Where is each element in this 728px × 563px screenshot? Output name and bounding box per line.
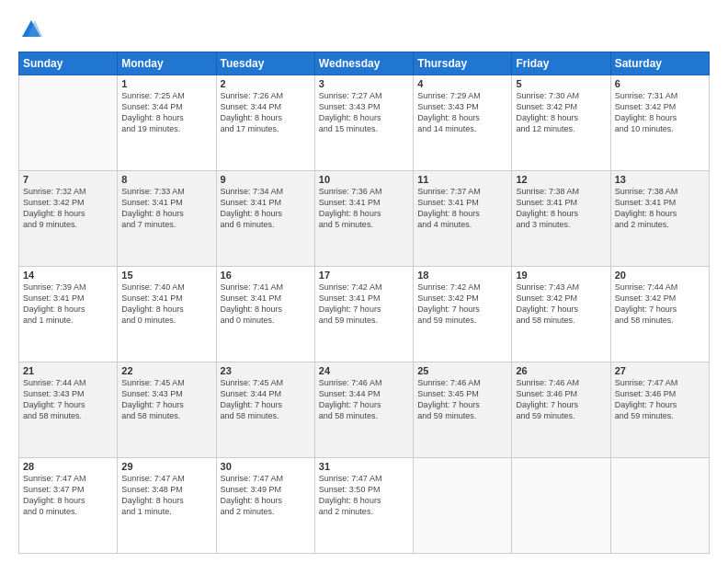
- day-info: Sunrise: 7:38 AM Sunset: 3:41 PM Dayligh…: [516, 186, 606, 231]
- day-info: Sunrise: 7:47 AM Sunset: 3:50 PM Dayligh…: [319, 473, 409, 518]
- day-number: 1: [121, 78, 211, 89]
- calendar-cell: 6Sunrise: 7:31 AM Sunset: 3:42 PM Daylig…: [610, 75, 709, 171]
- calendar-cell: 4Sunrise: 7:29 AM Sunset: 3:43 PM Daylig…: [414, 75, 512, 171]
- day-number: 17: [319, 270, 409, 281]
- day-number: 6: [615, 78, 705, 89]
- day-number: 24: [319, 365, 409, 376]
- day-number: 10: [319, 174, 409, 185]
- day-info: Sunrise: 7:39 AM Sunset: 3:41 PM Dayligh…: [23, 282, 113, 327]
- header: [18, 17, 710, 42]
- day-number: 30: [221, 461, 311, 472]
- day-info: Sunrise: 7:43 AM Sunset: 3:42 PM Dayligh…: [516, 282, 606, 327]
- day-number: 3: [319, 78, 409, 89]
- calendar-cell: 21Sunrise: 7:44 AM Sunset: 3:43 PM Dayli…: [19, 362, 118, 458]
- day-info: Sunrise: 7:47 AM Sunset: 3:47 PM Dayligh…: [23, 473, 113, 518]
- calendar-cell: 27Sunrise: 7:47 AM Sunset: 3:46 PM Dayli…: [610, 362, 709, 458]
- calendar-week-row: 14Sunrise: 7:39 AM Sunset: 3:41 PM Dayli…: [19, 267, 710, 362]
- day-number: 8: [121, 174, 211, 185]
- calendar-cell: 16Sunrise: 7:41 AM Sunset: 3:41 PM Dayli…: [216, 267, 314, 362]
- calendar-cell: 25Sunrise: 7:46 AM Sunset: 3:45 PM Dayli…: [414, 362, 512, 458]
- calendar-cell: 7Sunrise: 7:32 AM Sunset: 3:42 PM Daylig…: [19, 171, 118, 267]
- calendar-cell: [414, 458, 512, 554]
- day-info: Sunrise: 7:34 AM Sunset: 3:41 PM Dayligh…: [221, 186, 311, 231]
- calendar-week-row: 28Sunrise: 7:47 AM Sunset: 3:47 PM Dayli…: [19, 458, 710, 554]
- day-number: 26: [516, 365, 606, 376]
- calendar-cell: 8Sunrise: 7:33 AM Sunset: 3:41 PM Daylig…: [118, 171, 216, 267]
- calendar-cell: 18Sunrise: 7:42 AM Sunset: 3:42 PM Dayli…: [414, 267, 512, 362]
- day-number: 9: [221, 174, 311, 185]
- day-number: 13: [615, 174, 705, 185]
- day-info: Sunrise: 7:29 AM Sunset: 3:43 PM Dayligh…: [417, 90, 507, 135]
- calendar-cell: 28Sunrise: 7:47 AM Sunset: 3:47 PM Dayli…: [19, 458, 118, 554]
- calendar-cell: 17Sunrise: 7:42 AM Sunset: 3:41 PM Dayli…: [314, 267, 413, 362]
- calendar-cell: 24Sunrise: 7:46 AM Sunset: 3:44 PM Dayli…: [314, 362, 413, 458]
- day-number: 16: [221, 270, 311, 281]
- weekday-header: Wednesday: [314, 52, 413, 75]
- day-info: Sunrise: 7:44 AM Sunset: 3:43 PM Dayligh…: [23, 377, 113, 422]
- calendar-cell: [512, 458, 610, 554]
- calendar-cell: 31Sunrise: 7:47 AM Sunset: 3:50 PM Dayli…: [314, 458, 413, 554]
- calendar-cell: 5Sunrise: 7:30 AM Sunset: 3:42 PM Daylig…: [512, 75, 610, 171]
- calendar-cell: 9Sunrise: 7:34 AM Sunset: 3:41 PM Daylig…: [216, 171, 314, 267]
- calendar-cell: 10Sunrise: 7:36 AM Sunset: 3:41 PM Dayli…: [314, 171, 413, 267]
- day-info: Sunrise: 7:42 AM Sunset: 3:41 PM Dayligh…: [319, 282, 409, 327]
- page: SundayMondayTuesdayWednesdayThursdayFrid…: [0, 0, 728, 563]
- logo-icon: [18, 17, 44, 42]
- calendar-cell: 11Sunrise: 7:37 AM Sunset: 3:41 PM Dayli…: [414, 171, 512, 267]
- day-info: Sunrise: 7:42 AM Sunset: 3:42 PM Dayligh…: [417, 282, 507, 327]
- day-info: Sunrise: 7:40 AM Sunset: 3:41 PM Dayligh…: [121, 282, 211, 327]
- day-number: 23: [221, 365, 311, 376]
- day-number: 27: [615, 365, 705, 376]
- day-number: 18: [417, 270, 507, 281]
- calendar-table: SundayMondayTuesdayWednesdayThursdayFrid…: [18, 52, 710, 554]
- day-number: 2: [221, 78, 311, 89]
- weekday-header: Thursday: [414, 52, 512, 75]
- calendar-cell: [610, 458, 709, 554]
- calendar-cell: 2Sunrise: 7:26 AM Sunset: 3:44 PM Daylig…: [216, 75, 314, 171]
- day-info: Sunrise: 7:27 AM Sunset: 3:43 PM Dayligh…: [319, 90, 409, 135]
- day-info: Sunrise: 7:33 AM Sunset: 3:41 PM Dayligh…: [121, 186, 211, 231]
- calendar-cell: 20Sunrise: 7:44 AM Sunset: 3:42 PM Dayli…: [610, 267, 709, 362]
- calendar-cell: [19, 75, 118, 171]
- day-info: Sunrise: 7:46 AM Sunset: 3:44 PM Dayligh…: [319, 377, 409, 422]
- day-number: 22: [121, 365, 211, 376]
- logo: [18, 17, 48, 42]
- weekday-header: Tuesday: [216, 52, 314, 75]
- day-number: 20: [615, 270, 705, 281]
- day-info: Sunrise: 7:25 AM Sunset: 3:44 PM Dayligh…: [121, 90, 211, 135]
- calendar-week-row: 7Sunrise: 7:32 AM Sunset: 3:42 PM Daylig…: [19, 171, 710, 267]
- calendar-cell: 15Sunrise: 7:40 AM Sunset: 3:41 PM Dayli…: [118, 267, 216, 362]
- calendar-cell: 1Sunrise: 7:25 AM Sunset: 3:44 PM Daylig…: [118, 75, 216, 171]
- calendar-cell: 12Sunrise: 7:38 AM Sunset: 3:41 PM Dayli…: [512, 171, 610, 267]
- calendar-cell: 14Sunrise: 7:39 AM Sunset: 3:41 PM Dayli…: [19, 267, 118, 362]
- day-number: 14: [23, 270, 113, 281]
- day-number: 21: [23, 365, 113, 376]
- calendar-cell: 29Sunrise: 7:47 AM Sunset: 3:48 PM Dayli…: [118, 458, 216, 554]
- day-number: 12: [516, 174, 606, 185]
- day-info: Sunrise: 7:47 AM Sunset: 3:48 PM Dayligh…: [121, 473, 211, 518]
- day-info: Sunrise: 7:47 AM Sunset: 3:46 PM Dayligh…: [615, 377, 705, 422]
- weekday-header: Saturday: [610, 52, 709, 75]
- calendar-cell: 19Sunrise: 7:43 AM Sunset: 3:42 PM Dayli…: [512, 267, 610, 362]
- day-info: Sunrise: 7:44 AM Sunset: 3:42 PM Dayligh…: [615, 282, 705, 327]
- day-number: 29: [121, 461, 211, 472]
- day-info: Sunrise: 7:32 AM Sunset: 3:42 PM Dayligh…: [23, 186, 113, 231]
- day-number: 31: [319, 461, 409, 472]
- day-info: Sunrise: 7:36 AM Sunset: 3:41 PM Dayligh…: [319, 186, 409, 231]
- day-info: Sunrise: 7:41 AM Sunset: 3:41 PM Dayligh…: [221, 282, 311, 327]
- calendar-cell: 22Sunrise: 7:45 AM Sunset: 3:43 PM Dayli…: [118, 362, 216, 458]
- calendar-week-row: 21Sunrise: 7:44 AM Sunset: 3:43 PM Dayli…: [19, 362, 710, 458]
- day-number: 25: [417, 365, 507, 376]
- day-number: 28: [23, 461, 113, 472]
- day-number: 15: [121, 270, 211, 281]
- weekday-header: Monday: [118, 52, 216, 75]
- day-number: 19: [516, 270, 606, 281]
- day-info: Sunrise: 7:38 AM Sunset: 3:41 PM Dayligh…: [615, 186, 705, 231]
- day-info: Sunrise: 7:26 AM Sunset: 3:44 PM Dayligh…: [221, 90, 311, 135]
- day-info: Sunrise: 7:47 AM Sunset: 3:49 PM Dayligh…: [221, 473, 311, 518]
- day-info: Sunrise: 7:37 AM Sunset: 3:41 PM Dayligh…: [417, 186, 507, 231]
- day-number: 4: [417, 78, 507, 89]
- day-number: 7: [23, 174, 113, 185]
- calendar-cell: 26Sunrise: 7:46 AM Sunset: 3:46 PM Dayli…: [512, 362, 610, 458]
- day-number: 5: [516, 78, 606, 89]
